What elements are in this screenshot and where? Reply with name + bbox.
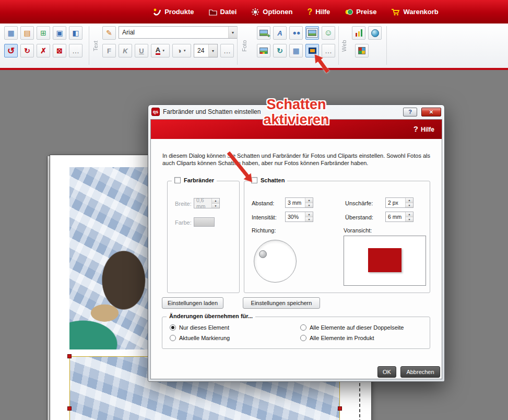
pages-more-button[interactable]: …: [69, 44, 82, 57]
spin-up-icon[interactable]: ▲: [406, 212, 413, 217]
spin-down-icon[interactable]: ▼: [406, 217, 413, 222]
smiley-button[interactable]: ☺: [322, 26, 335, 40]
crop-photo-button[interactable]: [305, 26, 319, 40]
farbraender-checkbox[interactable]: [174, 177, 181, 183]
app-logo-icon: qs: [151, 108, 160, 116]
cancel-button[interactable]: Abbrechen: [400, 366, 440, 378]
photo-grid-button[interactable]: ▦: [289, 44, 303, 57]
chevron-down-icon: ▼: [208, 44, 217, 57]
photo-rotate-button[interactable]: ↻: [273, 44, 287, 57]
text-section-label: Text: [92, 25, 99, 67]
selection-handle[interactable]: [67, 354, 72, 358]
chevron-down-icon: ▼: [228, 27, 237, 38]
ueberstand-label: Überstand:: [345, 214, 373, 220]
text-edit-icon: ✎: [106, 29, 112, 37]
text-more-button[interactable]: …: [220, 44, 234, 57]
photo-color-icon: [259, 48, 268, 54]
farbe-swatch[interactable]: [194, 217, 215, 227]
underline-button[interactable]: U: [135, 44, 148, 57]
load-settings-button[interactable]: Einstellungen laden: [162, 297, 223, 309]
richtung-dial[interactable]: [254, 240, 297, 283]
table-icon: ▦: [292, 47, 299, 54]
radio-alle-elemente-doppelseite[interactable]: Alle Elemente auf dieser Doppelseite: [300, 324, 404, 331]
selection-handle[interactable]: [338, 406, 342, 411]
menu-optionen[interactable]: Optionen: [251, 8, 292, 16]
titlebar-help-button[interactable]: ?: [403, 108, 417, 116]
opacity-button[interactable]: ◑ ▼: [172, 44, 191, 57]
spin-up-icon[interactable]: ▲: [305, 198, 313, 203]
delete-page-icon: ⊠: [56, 47, 63, 54]
font-family-select[interactable]: Arial ▼: [119, 26, 238, 39]
menu-warenkorb[interactable]: Warenkorb: [391, 8, 438, 16]
radio-nur-dieses-element[interactable]: Nur dieses Element: [170, 324, 229, 331]
spin-down-icon[interactable]: ▼: [305, 203, 313, 208]
close-button[interactable]: ✕: [421, 108, 441, 116]
web-globe-button[interactable]: [368, 26, 382, 40]
annotation-line2: aktivieren: [248, 112, 345, 127]
shadow-preview: [344, 236, 426, 286]
radio-dot: [170, 324, 176, 331]
bold-icon: F: [107, 48, 111, 54]
radio-aktuelle-markierung[interactable]: Aktuelle Markierung: [170, 335, 230, 341]
voransicht-label: Voransicht:: [344, 227, 372, 234]
abstand-spinner[interactable]: 3 mm ▲▼: [285, 197, 313, 208]
selection-handle[interactable]: [67, 406, 72, 411]
spin-up-icon[interactable]: ▲: [212, 199, 219, 204]
breite-value: 0,6 mm: [194, 199, 211, 208]
copy-page-button[interactable]: ▣: [53, 26, 66, 40]
ueberstand-spinner[interactable]: 6 mm ▲▼: [385, 212, 414, 222]
menu-label: Hilfe: [315, 8, 330, 16]
crop-frame-icon: [308, 30, 316, 36]
radio-dot: [300, 324, 306, 331]
menu-hilfe[interactable]: ? Hilfe: [307, 8, 330, 16]
spin-up-icon[interactable]: ▲: [305, 212, 313, 217]
spin-up-icon[interactable]: ▲: [406, 198, 413, 203]
web-stats-button[interactable]: [352, 26, 365, 40]
header-help-link[interactable]: ? Hilfe: [414, 124, 434, 133]
web-chart-button[interactable]: [355, 44, 369, 57]
menu-label: Produkte: [164, 8, 194, 16]
intensitaet-spinner[interactable]: 30% ▲▼: [285, 212, 313, 222]
opacity-icon: ◑: [177, 47, 181, 54]
menu-preise[interactable]: Preise: [345, 8, 376, 16]
unschaerfe-spinner[interactable]: 2 px ▲▼: [385, 197, 414, 208]
add-text-button[interactable]: ✎: [102, 26, 116, 40]
spin-down-icon[interactable]: ▼: [406, 203, 413, 208]
rotate-left-button[interactable]: ↺: [4, 44, 18, 57]
delete-button[interactable]: ✗: [37, 44, 50, 57]
spin-down-icon[interactable]: ▼: [212, 204, 219, 208]
photo-text-button[interactable]: A: [273, 26, 287, 40]
photo-color-button[interactable]: [257, 44, 270, 57]
richtung-label: Richtung:: [252, 227, 276, 234]
font-size-select[interactable]: 24 ▼: [194, 44, 218, 57]
italic-button[interactable]: K: [119, 44, 132, 57]
pages-button[interactable]: ◧: [69, 26, 82, 40]
radio-dot: [170, 335, 176, 341]
breite-spinner[interactable]: 0,6 mm ▲▼: [194, 198, 220, 208]
underline-icon: U: [139, 48, 144, 54]
add-page-button[interactable]: ⊞: [37, 26, 50, 40]
add-page-icon: ⊞: [40, 29, 46, 37]
bold-button[interactable]: F: [102, 44, 116, 57]
foto-more-button[interactable]: …: [322, 44, 335, 57]
more-icon: …: [72, 47, 79, 54]
swap-photos-button[interactable]: ☻☻: [289, 26, 303, 40]
delete-page-button[interactable]: ⊠: [53, 44, 66, 57]
menu-produkte[interactable]: Produkte: [153, 8, 194, 16]
font-color-button[interactable]: A ▼: [151, 44, 170, 57]
move-page-button[interactable]: ▤: [20, 26, 34, 40]
add-photo-button[interactable]: +: [257, 26, 270, 40]
save-settings-button[interactable]: Einstellungen speichern: [243, 297, 320, 309]
smiley-icon: ☺: [324, 29, 333, 37]
radio-label: Aktuelle Markierung: [179, 335, 230, 341]
radio-dot: [300, 335, 306, 341]
abstand-value: 3 mm: [286, 198, 305, 207]
radio-alle-elemente-produkt[interactable]: Alle Elemente im Produkt: [300, 335, 374, 341]
ok-button[interactable]: OK: [377, 366, 396, 378]
menu-datei[interactable]: Datei: [209, 8, 237, 16]
italic-icon: K: [123, 48, 127, 54]
dial-knob[interactable]: [259, 250, 267, 258]
spin-down-icon[interactable]: ▼: [305, 217, 313, 222]
album-overview-button[interactable]: ▦: [4, 26, 18, 40]
rotate-right-button[interactable]: ↻: [20, 44, 34, 57]
